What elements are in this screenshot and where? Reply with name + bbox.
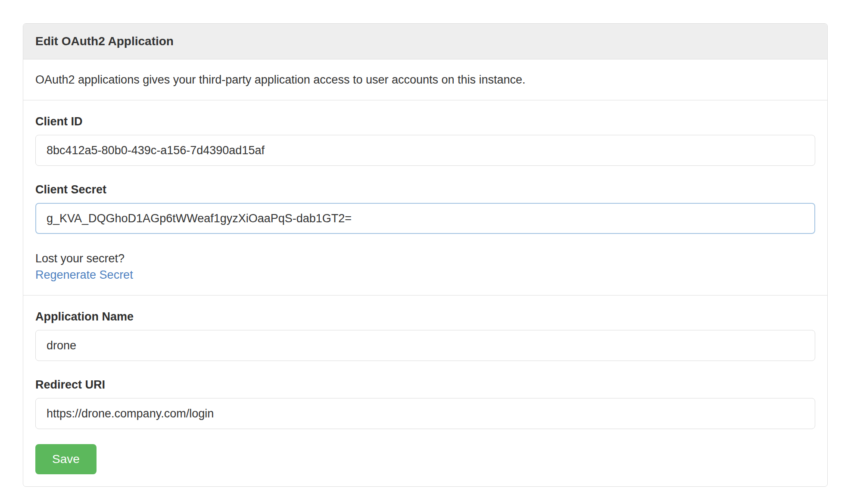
client-secret-group: Client Secret bbox=[35, 183, 815, 234]
regenerate-secret-link[interactable]: Regenerate Secret bbox=[35, 268, 133, 281]
application-section: Application Name Redirect URI Save bbox=[23, 296, 827, 486]
secret-help: Lost your secret? Regenerate Secret bbox=[35, 250, 815, 283]
client-secret-input[interactable] bbox=[35, 203, 815, 234]
panel-heading: Edit OAuth2 Application bbox=[23, 24, 827, 59]
client-id-label: Client ID bbox=[35, 115, 815, 128]
description-text: OAuth2 applications gives your third-par… bbox=[35, 73, 526, 86]
redirect-uri-label: Redirect URI bbox=[35, 378, 815, 392]
credentials-section: Client ID Client Secret Lost your secret… bbox=[23, 100, 827, 296]
lost-secret-question: Lost your secret? bbox=[35, 250, 815, 267]
panel-description: OAuth2 applications gives your third-par… bbox=[23, 59, 827, 100]
panel-title: Edit OAuth2 Application bbox=[35, 34, 174, 48]
redirect-uri-input[interactable] bbox=[35, 398, 815, 429]
client-secret-label: Client Secret bbox=[35, 183, 815, 196]
application-name-input[interactable] bbox=[35, 330, 815, 361]
application-name-group: Application Name bbox=[35, 310, 815, 361]
edit-oauth2-application-panel: Edit OAuth2 Application OAuth2 applicati… bbox=[23, 23, 828, 487]
application-name-label: Application Name bbox=[35, 310, 815, 324]
redirect-uri-group: Redirect URI bbox=[35, 378, 815, 429]
client-id-input[interactable] bbox=[35, 135, 815, 166]
client-id-group: Client ID bbox=[35, 115, 815, 166]
page: { "header": { "title": "Edit OAuth2 Appl… bbox=[0, 0, 854, 504]
save-button[interactable]: Save bbox=[35, 444, 97, 474]
